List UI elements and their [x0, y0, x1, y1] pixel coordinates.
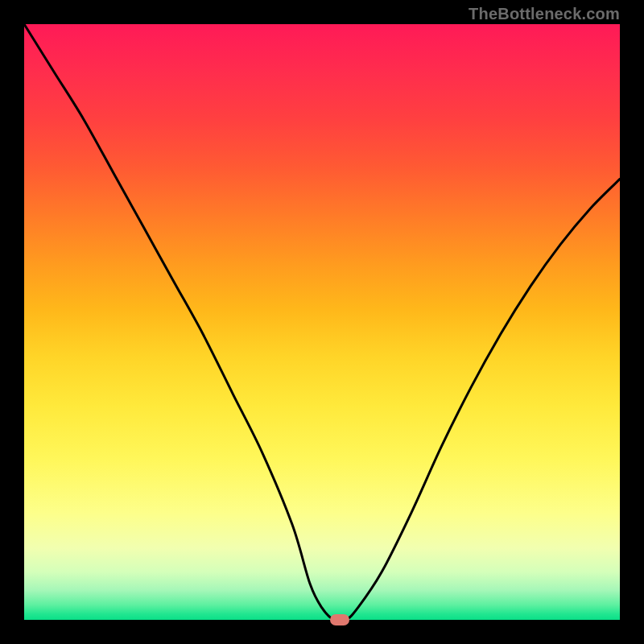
brand-watermark: TheBottleneck.com [469, 5, 620, 23]
plot-area [24, 24, 620, 620]
chart-container: TheBottleneck.com [0, 0, 644, 644]
optimal-marker [330, 614, 349, 625]
bottleneck-curve [24, 24, 620, 620]
